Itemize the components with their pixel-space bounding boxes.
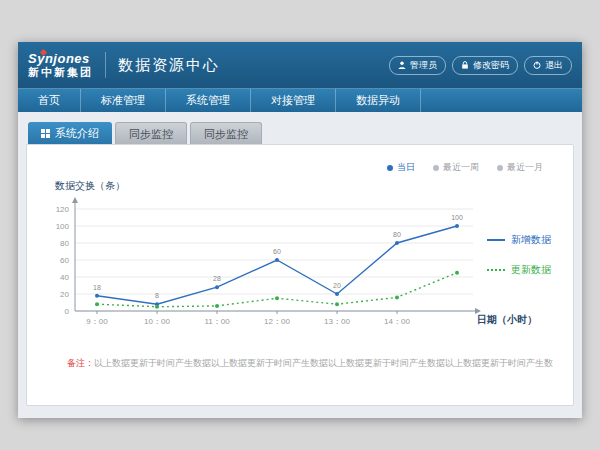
user-label: 管理员 <box>410 59 437 72</box>
svg-text:80: 80 <box>60 239 69 248</box>
svg-text:100: 100 <box>451 214 463 221</box>
power-icon <box>533 61 541 69</box>
svg-text:100: 100 <box>56 222 70 231</box>
svg-text:14：00: 14：00 <box>384 317 410 326</box>
legend-updated-data[interactable]: 更新数据 <box>487 263 567 277</box>
filter-label: 最近一月 <box>507 161 543 174</box>
change-password-label: 修改密码 <box>473 59 509 72</box>
svg-text:60: 60 <box>60 256 69 265</box>
logo-text: Synjones <box>28 52 93 66</box>
solid-line-icon <box>487 239 505 241</box>
dotted-line-icon <box>487 269 505 271</box>
user-button[interactable]: 管理员 <box>389 56 446 75</box>
tab-sync-monitor-1[interactable]: 同步监控 <box>115 122 187 144</box>
header-actions: 管理员 修改密码 退出 <box>389 56 572 75</box>
company-logo: Synjones 新中新集团 <box>28 52 93 78</box>
header-divider <box>105 52 106 78</box>
nav-item-system-mgmt[interactable]: 系统管理 <box>166 89 251 112</box>
svg-text:13：00: 13：00 <box>324 317 350 326</box>
legend-label: 更新数据 <box>511 263 551 277</box>
svg-text:11：00: 11：00 <box>204 317 230 326</box>
main-nav: 首页 标准管理 系统管理 对接管理 数据异动 <box>18 88 582 112</box>
svg-text:60: 60 <box>273 248 281 255</box>
svg-text:18: 18 <box>93 284 101 291</box>
time-filter-legend: 当日 最近一周 最近一月 <box>387 161 543 174</box>
series-legend: 新增数据 更新数据 <box>487 233 567 293</box>
footnote-text: 以上数据更新于时间产生数据以上数据更新于时间产生数据以上数据更新于时间产生数据以… <box>94 358 553 368</box>
svg-text:10：00: 10：00 <box>144 317 170 326</box>
svg-text:80: 80 <box>393 231 401 238</box>
logout-button[interactable]: 退出 <box>524 56 572 75</box>
change-password-button[interactable]: 修改密码 <box>452 56 518 75</box>
svg-text:12：00: 12：00 <box>264 317 290 326</box>
dot-icon <box>433 165 439 171</box>
y-axis-title: 数据交换（条） <box>55 179 125 193</box>
svg-text:8: 8 <box>155 292 159 299</box>
lock-icon <box>461 61 469 69</box>
content-area: 系统介绍 同步监控 同步监控 当日 最近一周 <box>18 112 582 418</box>
grid-icon <box>41 129 50 138</box>
tab-label: 系统介绍 <box>55 122 99 144</box>
app-window: Synjones 新中新集团 数据资源中心 管理员 修改密码 <box>18 42 582 418</box>
nav-item-interface-mgmt[interactable]: 对接管理 <box>251 89 336 112</box>
nav-item-standard-mgmt[interactable]: 标准管理 <box>81 89 166 112</box>
svg-text:20: 20 <box>60 290 69 299</box>
tab-label: 同步监控 <box>129 123 173 145</box>
x-axis-title: 日期（小时） <box>477 313 537 327</box>
svg-text:120: 120 <box>56 205 70 214</box>
line-chart: 0204060801001209：0010：0011：0012：0013：001… <box>41 193 501 335</box>
tab-bar: 系统介绍 同步监控 同步监控 <box>28 122 574 144</box>
dot-icon <box>387 165 393 171</box>
filter-last-week[interactable]: 最近一周 <box>433 161 479 174</box>
dot-icon <box>497 165 503 171</box>
chart-panel: 当日 最近一周 最近一月 数据交换（条） 0204060801001209：00… <box>26 144 574 406</box>
tab-label: 同步监控 <box>204 123 248 145</box>
nav-item-data-change[interactable]: 数据异动 <box>336 89 421 112</box>
filter-today[interactable]: 当日 <box>387 161 415 174</box>
app-header: Synjones 新中新集团 数据资源中心 管理员 修改密码 <box>18 42 582 88</box>
filter-label: 当日 <box>397 161 415 174</box>
logo-subtitle: 新中新集团 <box>28 66 93 78</box>
svg-text:9：00: 9：00 <box>86 317 108 326</box>
tab-sync-monitor-2[interactable]: 同步监控 <box>190 122 262 144</box>
svg-text:28: 28 <box>213 275 221 282</box>
footnote: 备注：以上数据更新于时间产生数据以上数据更新于时间产生数据以上数据更新于时间产生… <box>67 357 553 370</box>
filter-last-month[interactable]: 最近一月 <box>497 161 543 174</box>
filter-label: 最近一周 <box>443 161 479 174</box>
svg-text:40: 40 <box>60 273 69 282</box>
page-title: 数据资源中心 <box>118 56 220 75</box>
footnote-label: 备注： <box>67 358 94 368</box>
user-icon <box>398 61 406 69</box>
legend-label: 新增数据 <box>511 233 551 247</box>
svg-text:20: 20 <box>333 282 341 289</box>
nav-item-home[interactable]: 首页 <box>18 89 81 112</box>
legend-new-data[interactable]: 新增数据 <box>487 233 567 247</box>
tab-system-intro[interactable]: 系统介绍 <box>28 122 112 144</box>
svg-text:0: 0 <box>65 307 70 316</box>
logout-label: 退出 <box>545 59 563 72</box>
